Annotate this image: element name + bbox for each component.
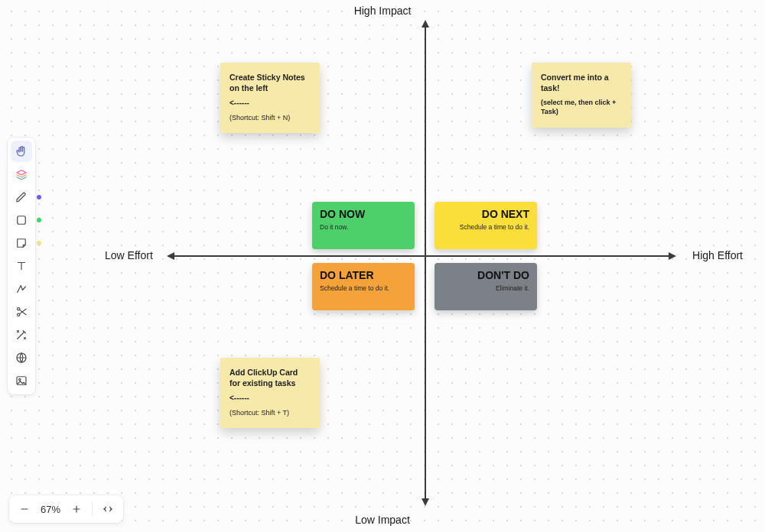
sticky-create-notes[interactable]: Create Sticky Notes on the left <------ … — [220, 63, 320, 133]
sticky-sub: (Shortcut: Shift + N) — [230, 113, 311, 122]
quadrant-sub: Schedule a time to do it. — [320, 284, 407, 292]
arrow-up — [422, 20, 429, 28]
tool-toolbar — [8, 138, 35, 394]
axis-label-right: High Effort — [692, 249, 743, 261]
connector-tool[interactable] — [11, 278, 32, 300]
sticky-sub: (select me, then click + Task) — [541, 98, 622, 116]
axis-vertical — [425, 26, 426, 500]
web-icon — [15, 351, 28, 365]
sticky-title: Convert me into a task! — [541, 72, 622, 93]
divider — [92, 501, 93, 517]
quadrant-dont-do[interactable]: DON'T DO Eliminate it. — [435, 263, 537, 310]
image-icon — [15, 374, 28, 388]
sticky-sub: (Shortcut: Shift + T) — [230, 408, 311, 417]
arrow-down — [422, 498, 429, 506]
layers-icon — [15, 167, 28, 181]
minus-icon — [18, 503, 31, 515]
shape-tool[interactable] — [11, 209, 32, 231]
fit-icon — [102, 503, 114, 515]
axis-label-top: High Impact — [354, 5, 412, 17]
scissors-icon — [15, 305, 28, 319]
hand-icon — [15, 144, 28, 158]
text-tool[interactable] — [11, 255, 32, 277]
scissors-tool[interactable] — [11, 301, 32, 323]
quadrant-title: DO NEXT — [442, 208, 529, 220]
quadrant-sub: Do it now. — [320, 223, 407, 231]
arrow-right — [669, 252, 676, 260]
sticky-note-icon — [15, 236, 28, 250]
sticky-arrow: <------ — [230, 98, 311, 109]
axis-horizontal — [173, 255, 670, 257]
axis-label-left: Low Effort — [105, 249, 153, 261]
hand-tool[interactable] — [11, 141, 32, 162]
web-tool[interactable] — [11, 347, 32, 368]
pen-color-dot — [37, 195, 41, 200]
shape-icon — [15, 213, 28, 227]
pen-icon — [15, 190, 28, 204]
svg-rect-0 — [18, 216, 26, 225]
quadrant-do-later[interactable]: DO LATER Schedule a time to do it. — [312, 263, 415, 310]
sticky-arrow: <------ — [230, 393, 311, 404]
text-icon — [15, 259, 28, 273]
magic-tool[interactable] — [11, 324, 32, 345]
layers-tool[interactable] — [11, 164, 32, 185]
sticky-title: Add ClickUp Card for existing tasks — [230, 367, 311, 388]
quadrant-title: DON'T DO — [442, 269, 529, 281]
quadrant-title: DO LATER — [320, 269, 407, 281]
quadrant-title: DO NOW — [320, 208, 407, 220]
magic-icon — [15, 328, 28, 342]
note-color-dot — [37, 241, 41, 245]
zoom-level[interactable]: 67% — [38, 504, 63, 515]
quadrant-do-next[interactable]: DO NEXT Schedule a time to do it. — [435, 202, 537, 249]
image-tool[interactable] — [11, 370, 32, 391]
svg-point-5 — [19, 378, 21, 380]
shape-color-dot — [37, 218, 41, 222]
sticky-note-tool[interactable] — [11, 232, 32, 254]
connector-icon — [15, 282, 28, 296]
sticky-add-card[interactable]: Add ClickUp Card for existing tasks <---… — [220, 358, 320, 428]
arrow-left — [167, 252, 174, 260]
quadrant-sub: Schedule a time to do it. — [442, 223, 529, 231]
sticky-title: Create Sticky Notes on the left — [230, 72, 311, 93]
zoom-out-button[interactable] — [14, 498, 35, 520]
fit-to-screen-button[interactable] — [97, 498, 119, 520]
sticky-convert-task[interactable]: Convert me into a task! (select me, then… — [532, 63, 631, 128]
zoom-in-button[interactable] — [66, 498, 87, 520]
zoom-bar: 67% — [9, 495, 123, 523]
quadrant-do-now[interactable]: DO NOW Do it now. — [312, 202, 415, 249]
quadrant-sub: Eliminate it. — [442, 284, 529, 292]
pen-tool[interactable] — [11, 187, 32, 208]
plus-icon — [70, 503, 83, 515]
axis-label-bottom: Low Impact — [355, 514, 410, 526]
